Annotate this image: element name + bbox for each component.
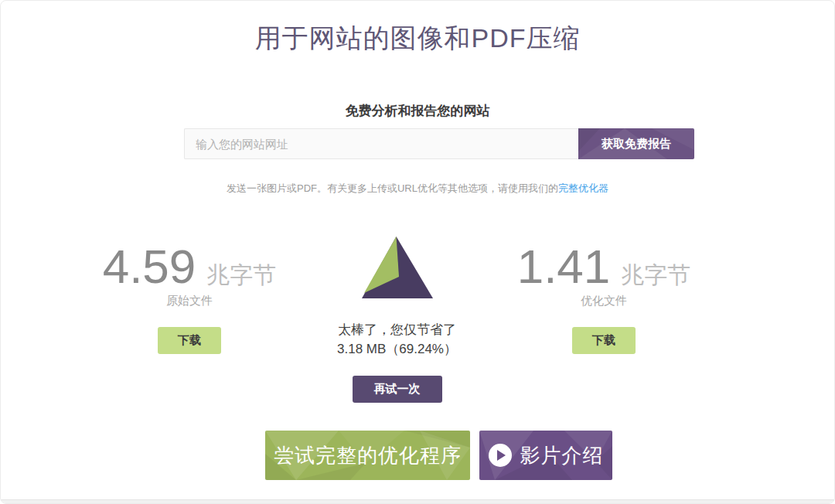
website-url-input[interactable] bbox=[184, 128, 578, 159]
savings-text: 太棒了，您仅节省了 3.18 MB（69.24%） bbox=[302, 320, 492, 359]
original-size-unit: 兆字节 bbox=[206, 262, 276, 288]
form-note-text: 发送一张图片或PDF。有关更多上传或URL优化等其他选项，请使用我们的 bbox=[227, 182, 558, 194]
get-free-report-button[interactable]: 获取免费报告 bbox=[578, 128, 694, 159]
try-full-optimizer-button[interactable]: 尝试完整的优化程序 bbox=[265, 431, 470, 480]
savings-line1: 太棒了，您仅节省了 bbox=[302, 320, 492, 339]
get-free-report-label: 获取免费报告 bbox=[602, 137, 671, 150]
video-intro-label: 影片介绍 bbox=[520, 442, 604, 469]
report-form: 获取免费报告 bbox=[184, 128, 694, 159]
original-size-value: 4.59 bbox=[103, 240, 196, 293]
video-intro-button[interactable]: 影片介绍 bbox=[479, 431, 612, 480]
download-optimized-button[interactable]: 下载 bbox=[572, 327, 636, 354]
savings-summary: 太棒了，您仅节省了 3.18 MB（69.24%） 再试一次 bbox=[302, 237, 492, 403]
next-section-edge bbox=[1, 499, 834, 503]
form-note: 发送一张图片或PDF。有关更多上传或URL优化等其他选项，请使用我们的完整优化器 bbox=[1, 182, 834, 196]
optimized-size: 1.41兆字节 bbox=[480, 241, 728, 291]
full-optimizer-link[interactable]: 完整优化器 bbox=[558, 182, 608, 194]
play-icon bbox=[489, 444, 512, 467]
original-size: 4.59兆字节 bbox=[66, 241, 313, 291]
optimized-file-label: 优化文件 bbox=[480, 294, 728, 308]
original-file-label: 原始文件 bbox=[66, 294, 313, 308]
optimized-size-value: 1.41 bbox=[517, 240, 611, 293]
savings-line2: 3.18 MB（69.24%） bbox=[302, 339, 492, 359]
original-file-stat: 4.59兆字节 原始文件 下载 bbox=[66, 237, 313, 354]
report-form-heading: 免费分析和报告您的网站 bbox=[1, 102, 834, 120]
try-full-optimizer-label: 尝试完整的优化程序 bbox=[274, 442, 462, 469]
optimized-file-stat: 1.41兆字节 优化文件 下载 bbox=[480, 237, 728, 354]
retry-button[interactable]: 再试一次 bbox=[353, 376, 442, 403]
download-original-button[interactable]: 下载 bbox=[158, 327, 221, 354]
optimized-size-unit: 兆字节 bbox=[621, 262, 690, 288]
triangle-logo-icon bbox=[362, 237, 433, 298]
page-title: 用于网站的图像和PDF压缩 bbox=[1, 21, 834, 56]
compression-page: 用于网站的图像和PDF压缩 免费分析和报告您的网站 获取免费报告 发送一张图片或… bbox=[0, 0, 835, 504]
